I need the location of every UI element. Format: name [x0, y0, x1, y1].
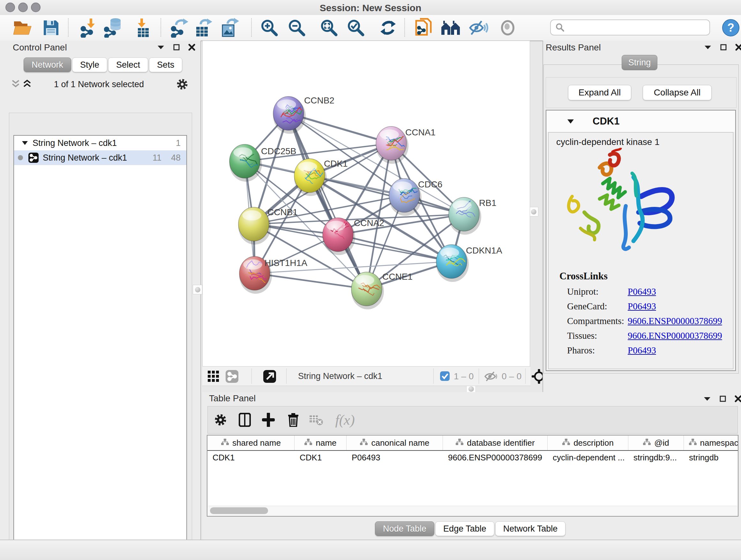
preview-eye-icon[interactable] [497, 17, 518, 38]
table-panel-title: Table Panel [209, 393, 256, 403]
node-table[interactable]: shared namenamecanonical namedatabase id… [207, 435, 738, 516]
close-panel-icon[interactable] [188, 44, 195, 51]
birds-eye-view-icon[interactable] [207, 370, 219, 384]
selected-node-edge-counts: 1 – 0 [454, 371, 474, 381]
add-column-icon[interactable] [259, 411, 278, 429]
show-columns-icon[interactable] [235, 411, 254, 429]
table-cell[interactable]: P06493 [347, 451, 443, 464]
status-bar: Memory [0, 540, 741, 560]
column-header-label: name [316, 438, 336, 448]
close-panel-icon[interactable] [735, 395, 741, 402]
export-network-icon[interactable] [170, 17, 190, 38]
column-header-canonicalname[interactable]: canonical name [347, 435, 443, 450]
table-cell[interactable]: CDK1 [294, 451, 347, 464]
tab-select[interactable]: Select [108, 57, 148, 72]
tab-node-table[interactable]: Node Table [375, 521, 434, 536]
function-builder-icon[interactable]: f(x) [331, 411, 359, 429]
node-RB1[interactable]: RB1 [449, 197, 496, 235]
crosslink-value[interactable]: P06493 [628, 345, 656, 356]
node-CDKN1A[interactable]: CDKN1A [436, 245, 502, 282]
delete-column-trash-icon[interactable] [284, 411, 302, 429]
column-header-description[interactable]: description [548, 435, 628, 450]
import-table-file-icon[interactable] [133, 17, 153, 38]
float-panel-icon[interactable] [719, 395, 726, 402]
crosslink-value[interactable]: 9606.ENSP00000378699 [628, 316, 722, 326]
zoom-out-icon[interactable] [286, 17, 307, 38]
table-gear-icon[interactable] [211, 411, 230, 429]
tab-string[interactable]: String [622, 55, 657, 70]
crosslink-value[interactable]: 9606.ENSP00000378699 [628, 330, 722, 341]
network-options-gear-icon[interactable] [176, 78, 188, 91]
delete-table-icon[interactable] [307, 411, 326, 429]
open-session-icon[interactable] [12, 17, 33, 38]
column-header-sharedname[interactable]: shared name [207, 435, 294, 450]
column-header-databaseidentifier[interactable]: database identifier [443, 435, 548, 450]
node-CCNB2[interactable]: CCNB2 [273, 96, 334, 134]
collapse-triangle-icon[interactable] [22, 141, 28, 145]
crosslink-value[interactable]: P06493 [628, 287, 656, 297]
network-collection-row[interactable]: String Network – cdk1 1 [14, 136, 186, 150]
collection-count: 1 [176, 138, 181, 148]
column-header-label: canonical name [371, 438, 429, 448]
column-header-id[interactable]: @id [628, 435, 684, 450]
import-network-file-icon[interactable] [80, 17, 100, 38]
panel-menu-icon[interactable] [157, 45, 165, 50]
node-label-RB1: RB1 [479, 198, 496, 208]
selected-checkbox-icon[interactable] [440, 371, 450, 382]
zoom-fit-icon[interactable] [319, 17, 339, 38]
table-cell[interactable]: cyclin-dependent ... [548, 451, 628, 464]
zoom-selected-icon[interactable] [346, 17, 366, 38]
export-image-icon[interactable] [220, 17, 240, 38]
clone-network-icon[interactable] [414, 17, 434, 38]
network-canvas[interactable]: CCNB2CCNA1CDC25BCDK1CDC6RB1CCNB1CCNA2CDK… [202, 41, 530, 366]
float-panel-icon[interactable] [720, 44, 727, 51]
crosslink-label: GeneCard: [567, 301, 607, 312]
crosslink-label: Tissues: [567, 330, 597, 341]
panel-menu-icon[interactable] [704, 45, 712, 50]
float-panel-icon[interactable] [173, 44, 180, 51]
string-home-icon[interactable] [441, 17, 461, 38]
search-input[interactable] [550, 19, 710, 36]
node-HIST1H1A[interactable]: HIST1H1A [239, 256, 307, 294]
column-header-name[interactable]: name [294, 435, 347, 450]
save-session-icon[interactable] [41, 17, 61, 38]
right-splitter-handle[interactable] [529, 207, 538, 216]
cdk1-section-header[interactable]: CDK1 [547, 111, 735, 132]
tab-sets[interactable]: Sets [149, 57, 182, 72]
zoom-in-icon[interactable] [259, 17, 280, 38]
table-horizontal-scrollbar[interactable] [208, 506, 737, 516]
refresh-icon[interactable] [378, 17, 398, 38]
collapse-all-networks-icon[interactable] [11, 79, 20, 90]
expand-all-button[interactable]: Expand All [568, 85, 631, 100]
panel-menu-icon[interactable] [703, 396, 711, 401]
string-style-icon[interactable] [225, 370, 239, 384]
control-panel: Control Panel NetworkStyleSelectSets 1 o… [0, 41, 201, 540]
column-header-namespac[interactable]: namespac [684, 435, 738, 450]
left-splitter-handle[interactable] [193, 285, 202, 294]
table-row[interactable]: CDK1CDK1P064939606.ENSP00000378699cyclin… [207, 451, 738, 464]
table-cell[interactable]: 9606.ENSP00000378699 [443, 451, 548, 464]
node-CCNB1[interactable]: CCNB1 [239, 207, 298, 245]
scrollbar-thumb[interactable] [210, 507, 268, 514]
show-hide-eye-icon[interactable] [468, 17, 489, 38]
network-row[interactable]: String Network – cdk1 11 48 [14, 150, 186, 165]
close-panel-icon[interactable] [735, 44, 741, 51]
tab-edge-table[interactable]: Edge Table [435, 521, 494, 536]
tab-network[interactable]: Network [23, 57, 71, 72]
table-cell[interactable]: stringdb:9... [628, 451, 684, 464]
crosslink-value[interactable]: P06493 [628, 301, 656, 312]
string-network-graph[interactable]: CCNB2CCNA1CDC25BCDK1CDC6RB1CCNB1CCNA2CDK… [203, 41, 530, 366]
help-icon[interactable]: ? [721, 17, 741, 38]
node-CDK1[interactable]: CDK1 [294, 159, 348, 196]
table-cell[interactable]: stringdb [684, 451, 738, 464]
import-network-database-icon[interactable] [104, 17, 125, 38]
open-in-browser-icon[interactable] [263, 370, 276, 384]
tab-network-table[interactable]: Network Table [495, 521, 566, 536]
export-table-icon[interactable] [194, 17, 214, 38]
expand-all-networks-icon[interactable] [23, 79, 31, 90]
tab-style[interactable]: Style [72, 57, 107, 72]
crosslinks-title: CrossLinks [559, 270, 608, 282]
collapse-all-button[interactable]: Collapse All [643, 85, 712, 100]
table-cell[interactable]: CDK1 [207, 451, 294, 464]
collapse-triangle-icon[interactable] [567, 119, 574, 124]
